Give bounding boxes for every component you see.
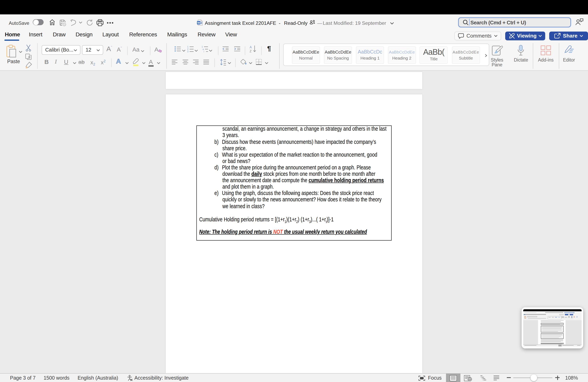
- svg-text:3: 3: [187, 50, 189, 52]
- svg-text:A: A: [250, 46, 252, 49]
- svg-text:1: 1: [187, 46, 189, 48]
- svg-text:a: a: [203, 48, 204, 50]
- svg-text:W: W: [197, 21, 200, 24]
- svg-text:Z: Z: [250, 50, 252, 53]
- svg-text:i: i: [204, 50, 204, 52]
- svg-text:2: 2: [187, 48, 189, 50]
- svg-text:1: 1: [202, 46, 203, 48]
